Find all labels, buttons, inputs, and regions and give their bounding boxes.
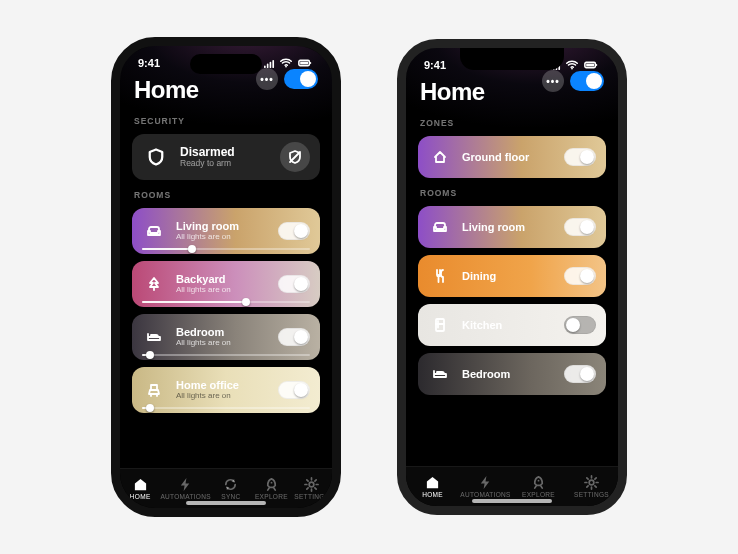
dynamic-island — [190, 54, 262, 74]
tab-label: SETTINGS — [294, 493, 329, 500]
room-name: Kitchen — [462, 320, 554, 331]
room-card[interactable]: Bedroom All lights are on — [132, 314, 320, 360]
room-subtitle: All lights are on — [176, 286, 268, 294]
home-icon — [133, 477, 148, 492]
gear-icon — [304, 477, 319, 492]
tree-icon — [146, 276, 162, 292]
sofa-icon — [146, 223, 162, 239]
room-name: Bedroom — [462, 369, 554, 380]
header: Home ••• — [120, 70, 332, 104]
tab-home[interactable]: HOME — [406, 467, 459, 506]
house-icon — [432, 149, 448, 165]
house-icon — [428, 145, 452, 169]
room-toggle[interactable] — [278, 275, 310, 293]
master-toggle[interactable] — [570, 71, 604, 91]
tab-home[interactable]: HOME — [120, 469, 160, 508]
home-indicator — [186, 501, 266, 505]
fork-icon — [428, 264, 452, 288]
room-name: Living room — [176, 221, 268, 232]
sync-icon — [223, 477, 238, 492]
notch — [460, 48, 564, 70]
sofa-icon — [432, 219, 448, 235]
room-name: Bedroom — [176, 327, 268, 338]
section-label-zones: ZONES — [418, 114, 606, 130]
home-indicator — [472, 499, 552, 503]
tab-settings[interactable]: SETTINGS — [292, 469, 332, 508]
master-toggle[interactable] — [284, 69, 318, 89]
section-label-security: SECURITY — [132, 112, 320, 128]
room-card[interactable]: Home office All lights are on — [132, 367, 320, 413]
rooms-list-left: Living room All lights are on Backyard A… — [132, 208, 320, 413]
room-card[interactable]: Backyard All lights are on — [132, 261, 320, 307]
brightness-slider[interactable] — [142, 407, 310, 409]
room-subtitle: All lights are on — [176, 233, 268, 241]
tab-label: EXPLORE — [255, 493, 288, 500]
phone-left: 9:41 Home ••• SECURITY Disarmed Ready to… — [111, 37, 341, 517]
rocket-icon — [264, 477, 279, 492]
header: Home ••• — [406, 72, 618, 106]
tab-label: AUTOMATIONS — [460, 491, 510, 498]
more-button[interactable]: ••• — [542, 70, 564, 92]
content: ZONES Ground floor ROOMS Living room — [406, 106, 618, 466]
bed-icon — [142, 325, 166, 349]
home-icon — [425, 475, 440, 490]
status-time: 9:41 — [138, 57, 160, 69]
room-toggle[interactable] — [278, 328, 310, 346]
bolt-icon — [178, 477, 193, 492]
room-name: Home office — [176, 380, 268, 391]
status-time: 9:41 — [424, 59, 446, 71]
tree-icon — [142, 272, 166, 296]
page-title: Home — [134, 76, 199, 104]
gear-icon — [584, 475, 599, 490]
tab-label: HOME — [130, 493, 151, 500]
zones-list: Ground floor — [418, 136, 606, 178]
bolt-icon — [478, 475, 493, 490]
fork-icon — [432, 268, 448, 284]
room-toggle[interactable] — [564, 316, 596, 334]
room-card[interactable]: Kitchen — [418, 304, 606, 346]
phone-right: 9:41 Home ••• ZONES Ground floor ROOMS — [397, 39, 627, 515]
room-toggle[interactable] — [564, 267, 596, 285]
room-toggle[interactable] — [278, 222, 310, 240]
tab-label: AUTOMATIONS — [160, 493, 210, 500]
sofa-icon — [142, 219, 166, 243]
chair-icon — [142, 378, 166, 402]
room-name: Backyard — [176, 274, 268, 285]
sofa-icon — [428, 215, 452, 239]
room-name: Dining — [462, 271, 554, 282]
tab-label: EXPLORE — [522, 491, 555, 498]
chair-icon — [146, 382, 162, 398]
room-card[interactable]: Bedroom — [418, 353, 606, 395]
section-label-rooms: ROOMS — [418, 184, 606, 200]
fridge-icon — [428, 313, 452, 337]
bed-icon — [428, 362, 452, 386]
room-toggle[interactable] — [564, 218, 596, 236]
rocket-icon — [531, 475, 546, 490]
shield-off-icon — [287, 149, 303, 165]
content: SECURITY Disarmed Ready to arm ROOMS Liv… — [120, 104, 332, 468]
room-card[interactable]: Living room All lights are on — [132, 208, 320, 254]
room-card[interactable]: Living room — [418, 206, 606, 248]
security-card[interactable]: Disarmed Ready to arm — [132, 134, 320, 180]
room-toggle[interactable] — [278, 381, 310, 399]
room-toggle[interactable] — [564, 365, 596, 383]
more-button[interactable]: ••• — [256, 68, 278, 90]
room-name: Ground floor — [462, 152, 554, 163]
tab-settings[interactable]: SETTINGS — [565, 467, 618, 506]
tab-label: SYNC — [221, 493, 240, 500]
security-status-title: Disarmed — [180, 146, 270, 159]
room-subtitle: All lights are on — [176, 339, 268, 347]
arm-button[interactable] — [280, 142, 310, 172]
brightness-slider[interactable] — [142, 354, 310, 356]
rooms-list-right: Living room Dining Kitchen — [418, 206, 606, 395]
section-label-rooms: ROOMS — [132, 186, 320, 202]
brightness-slider[interactable] — [142, 248, 310, 250]
room-subtitle: All lights are on — [176, 392, 268, 400]
room-toggle[interactable] — [564, 148, 596, 166]
tab-label: HOME — [422, 491, 443, 498]
brightness-slider[interactable] — [142, 301, 310, 303]
room-card[interactable]: Dining — [418, 255, 606, 297]
room-card[interactable]: Ground floor — [418, 136, 606, 178]
fridge-icon — [432, 317, 448, 333]
tab-label: SETTINGS — [574, 491, 609, 498]
